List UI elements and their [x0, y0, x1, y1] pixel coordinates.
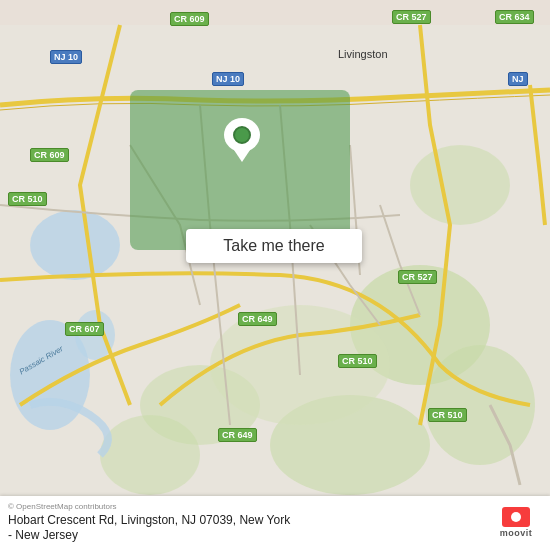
svg-point-8	[100, 415, 200, 495]
svg-point-9	[425, 345, 535, 465]
road-label-cr510-bot2: CR 510	[428, 408, 467, 422]
info-bar: © OpenStreetMap contributors Hobart Cres…	[0, 496, 550, 550]
map-background	[0, 0, 550, 550]
location-pin	[224, 118, 260, 162]
info-left: © OpenStreetMap contributors Hobart Cres…	[8, 502, 482, 544]
svg-point-1	[30, 210, 120, 280]
map-container: CR 609 CR 527 CR 634 NJ 10 NJ 10 CR 609 …	[0, 0, 550, 550]
road-label-cr609-top: CR 609	[170, 12, 209, 26]
road-label-cr527-top: CR 527	[392, 10, 431, 24]
osm-credit: © OpenStreetMap contributors	[8, 502, 482, 511]
moovit-logo: moovit	[490, 507, 542, 538]
road-label-nj-right: NJ	[508, 72, 528, 86]
moovit-text: moovit	[500, 528, 533, 538]
road-label-cr634: CR 634	[495, 10, 534, 24]
pin-tail	[234, 150, 250, 162]
address-line1: Hobart Crescent Rd, Livingston, NJ 07039…	[8, 513, 290, 527]
address-text: Hobart Crescent Rd, Livingston, NJ 07039…	[8, 513, 482, 544]
road-label-cr607: CR 607	[65, 322, 104, 336]
location-highlight	[130, 90, 350, 250]
road-label-cr649: CR 649	[238, 312, 277, 326]
moovit-icon	[502, 507, 530, 527]
road-label-cr609-left: CR 609	[30, 148, 69, 162]
city-label-livingston: Livingston	[338, 48, 388, 60]
road-label-nj10-mid: NJ 10	[212, 72, 244, 86]
road-label-cr649-bot: CR 649	[218, 428, 257, 442]
road-label-cr510-bot1: CR 510	[338, 354, 377, 368]
svg-point-7	[410, 145, 510, 225]
road-label-cr527-mid: CR 527	[398, 270, 437, 284]
take-me-there-button[interactable]: Take me there	[186, 229, 362, 263]
road-label-cr510-left: CR 510	[8, 192, 47, 206]
road-label-nj10-left: NJ 10	[50, 50, 82, 64]
address-line2: - New Jersey	[8, 528, 78, 542]
pin-circle	[224, 118, 260, 152]
